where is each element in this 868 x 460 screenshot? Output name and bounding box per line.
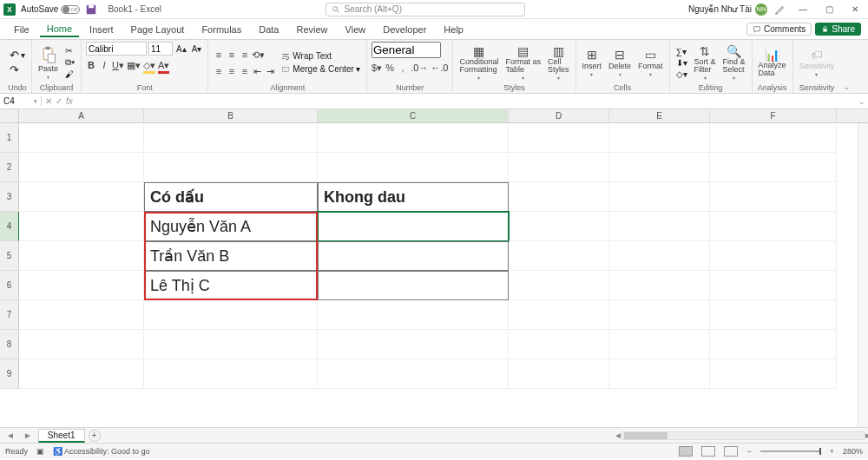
cell-B8[interactable] [144, 330, 318, 359]
cell-C4[interactable] [318, 212, 509, 241]
orientation-button[interactable]: ⟲▾ [252, 49, 265, 61]
row-header-2[interactable]: 2 [0, 153, 19, 182]
col-header-A[interactable]: A [19, 109, 144, 122]
col-header-B[interactable]: B [144, 109, 318, 122]
zoom-slider[interactable] [760, 450, 821, 452]
font-name-select[interactable] [86, 42, 147, 56]
pen-icon[interactable] [774, 3, 786, 16]
cell-D3[interactable] [509, 182, 609, 212]
align-right-button[interactable]: ≡ [239, 66, 249, 77]
row-header-7[interactable]: 7 [0, 300, 19, 330]
cell-D7[interactable] [509, 300, 609, 330]
cell-E9[interactable] [609, 359, 710, 389]
row-header-8[interactable]: 8 [0, 330, 19, 359]
cell-D1[interactable] [509, 123, 609, 153]
cell-B5[interactable]: Trần Văn B [144, 241, 318, 271]
vertical-scrollbar[interactable] [858, 123, 868, 427]
sheet-nav-next[interactable]: ► [21, 430, 35, 440]
font-size-select[interactable] [148, 42, 173, 56]
align-center-button[interactable]: ≡ [226, 66, 236, 77]
delete-cells-button[interactable]: ⊟Delete▾ [607, 48, 633, 78]
cell-E3[interactable] [609, 182, 710, 212]
row-header-6[interactable]: 6 [0, 271, 19, 300]
sort-filter-button[interactable]: ⇅Sort & Filter▾ [693, 44, 718, 82]
cut-button[interactable]: ✂ [63, 46, 76, 56]
cell-E5[interactable] [609, 241, 710, 271]
undo-button[interactable]: ↶▾ [8, 49, 27, 62]
cell-A6[interactable] [19, 271, 144, 300]
cell-C5[interactable] [318, 241, 509, 271]
cell-F3[interactable] [710, 182, 837, 212]
cell-F5[interactable] [710, 241, 837, 271]
redo-button[interactable]: ↷ [8, 63, 27, 76]
cell-F6[interactable] [710, 271, 837, 300]
col-header-C[interactable]: C [318, 109, 509, 122]
format-painter-button[interactable]: 🖌 [63, 69, 76, 79]
cell-D9[interactable] [509, 359, 609, 389]
row-header-1[interactable]: 1 [0, 123, 19, 153]
sheet-tab-active[interactable]: Sheet1 [38, 429, 85, 443]
align-bottom-button[interactable]: ≡ [239, 49, 249, 61]
tab-developer[interactable]: Developer [376, 23, 433, 36]
row-header-5[interactable]: 5 [0, 241, 19, 271]
autosum-button[interactable]: ∑▾ [674, 47, 689, 56]
increase-font-button[interactable]: A▴ [174, 42, 188, 56]
view-pagebreak-button[interactable] [724, 446, 738, 457]
accounting-button[interactable]: $▾ [372, 62, 382, 74]
copy-button[interactable]: ⧉▾ [63, 57, 76, 68]
scroll-left-icon[interactable]: ◄ [614, 430, 622, 440]
sheet-nav-prev[interactable]: ◄ [3, 430, 17, 440]
cell-E7[interactable] [609, 300, 710, 330]
name-box[interactable]: C4▾ [0, 96, 42, 106]
autosave-toggle[interactable]: AutoSave Off [21, 4, 80, 14]
save-icon[interactable] [85, 3, 97, 16]
col-header-F[interactable]: F [710, 109, 837, 122]
cell-E2[interactable] [609, 153, 710, 182]
cell-B3[interactable]: Có dấu [144, 182, 318, 212]
merge-center-button[interactable]: Merge & Center▾ [279, 64, 362, 74]
cell-F8[interactable] [710, 330, 837, 359]
col-header-E[interactable]: E [609, 109, 710, 122]
cell-C9[interactable] [318, 359, 509, 389]
format-cells-button[interactable]: ▭Format▾ [636, 48, 665, 78]
cell-C2[interactable] [318, 153, 509, 182]
bold-button[interactable]: B [86, 60, 96, 74]
cell-A4[interactable] [19, 212, 144, 241]
view-pagelayout-button[interactable] [701, 446, 715, 457]
cell-D2[interactable] [509, 153, 609, 182]
row-header-9[interactable]: 9 [0, 359, 19, 389]
cell-A5[interactable] [19, 241, 144, 271]
clear-button[interactable]: ◇▾ [674, 69, 689, 79]
cell-A2[interactable] [19, 153, 144, 182]
fx-icon[interactable]: fx [66, 96, 73, 106]
underline-button[interactable]: U▾ [112, 60, 124, 74]
cell-C8[interactable] [318, 330, 509, 359]
comma-button[interactable]: , [398, 62, 408, 74]
cell-C1[interactable] [318, 123, 509, 153]
cell-F7[interactable] [710, 300, 837, 330]
cell-B9[interactable] [144, 359, 318, 389]
paste-button[interactable]: Paste▾ [36, 44, 60, 81]
cell-C3[interactable]: Khong dau [318, 182, 509, 212]
cell-E4[interactable] [609, 212, 710, 241]
align-middle-button[interactable]: ≡ [226, 49, 236, 61]
minimize-button[interactable]: — [793, 4, 812, 14]
add-sheet-button[interactable]: + [89, 430, 101, 442]
cell-styles-button[interactable]: ▥Cell Styles▾ [546, 44, 571, 82]
cell-A3[interactable] [19, 182, 144, 212]
decrease-decimal-button[interactable]: ←.0 [431, 62, 448, 74]
comments-button[interactable]: Comments [746, 23, 812, 36]
decrease-font-button[interactable]: A▾ [190, 42, 204, 56]
align-left-button[interactable]: ≡ [213, 66, 223, 77]
increase-decimal-button[interactable]: .0→ [411, 62, 428, 74]
indent-inc-button[interactable]: ⇥ [265, 66, 275, 77]
cell-A9[interactable] [19, 359, 144, 389]
cell-B1[interactable] [144, 123, 318, 153]
cell-B6[interactable]: Lê Thị C [144, 271, 318, 300]
insert-cells-button[interactable]: ⊞Insert▾ [581, 48, 604, 78]
cell-C6[interactable] [318, 271, 509, 300]
cell-B4[interactable]: Nguyễn Văn A [144, 212, 318, 241]
expand-formula-bar[interactable]: ⌄ [856, 97, 868, 106]
fill-color-button[interactable]: ◇▾ [143, 60, 155, 74]
maximize-button[interactable]: ▢ [819, 4, 838, 14]
